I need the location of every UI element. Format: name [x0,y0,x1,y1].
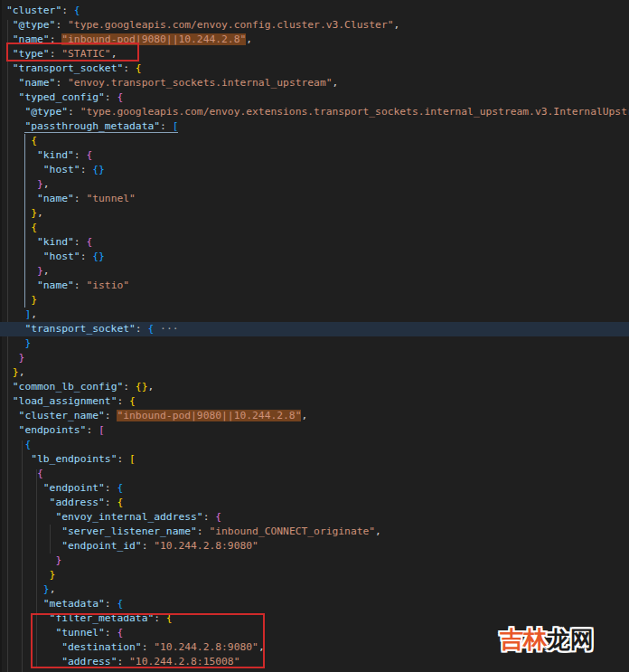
code-token: , [301,410,307,421]
code-token: "cluster" [6,5,61,16]
watermark-secondary-text: 龙网 [547,626,594,653]
code-token: "endpoint" [43,482,105,494]
code-line: "server_listener_name": "inbound_CONNECT… [0,525,629,539]
code-token: : [123,381,136,393]
code-token: { [117,482,123,494]
code-token: "envoy_internal_address" [55,511,202,523]
code-token: : [160,120,173,133]
code-line: } [0,293,629,308]
code-token: , [333,77,339,89]
code-token: } [55,554,61,566]
code-token: { [74,5,80,16]
code-token: : [105,482,117,494]
code-token: "name" [19,77,56,89]
code-token: [ [99,424,105,436]
code-token: : [68,106,80,118]
code-token: : [123,62,136,74]
code-token: "type.googleapis.com/envoy.extensions.tr… [80,106,629,118]
code-token: } [31,294,37,306]
code-token: : [80,164,93,175]
code-token: { [24,439,31,450]
code-token: "address" [50,497,105,508]
code-token: : [61,5,74,16]
code-line: "name": "envoy.transport_sockets.interna… [0,76,629,90]
code-line: "endpoint_id": "10.244.2.8:9080" [0,539,629,554]
code-token: { [215,511,221,523]
code-token: : [74,193,87,204]
code-token: { [117,598,123,610]
code-token: "transport_socket" [13,62,123,74]
code-token: "endpoint_id" [61,540,141,552]
code-token: "inbound_CONNECT_originate" [209,525,375,537]
code-token: : [105,410,117,421]
code-token: : [86,424,99,436]
code-line: "transport_socket": { [0,62,629,76]
code-token: "typed_config" [19,91,105,103]
code-token: { [117,91,123,103]
code-token: } [43,583,50,595]
code-line-folded: "transport_socket": { ··· [0,322,629,336]
code-token: "kind" [37,236,74,248]
code-line: "@type": "type.googleapis.com/envoy.conf… [0,18,629,33]
code-token: { [136,62,142,74]
code-line: "name": "tunnel" [0,192,629,206]
code-line: "cluster": { [0,4,629,18]
code-token: , [31,308,37,320]
code-token: : [136,323,148,335]
watermark-primary-text: 吉林 [500,626,547,653]
code-token: { [31,222,37,233]
code-token: { [117,497,123,508]
code-line: }, [0,365,629,380]
code-line: "load_assignment": { [0,394,629,409]
code-token: } [37,178,43,190]
code-token: : [105,91,117,103]
code-token: "envoy.transport_sockets.internal_upstre… [68,77,332,89]
code-line: "envoy_internal_address": { [0,510,629,525]
folded-region-indicator[interactable]: ··· [160,323,178,335]
code-line: "endpoints": [ [0,423,629,438]
code-token: : [74,236,87,248]
code-line: { [0,467,629,481]
code-line: "kind": { [0,235,629,250]
code-area[interactable]: "cluster": { "@type": "type.googleapis.c… [0,0,629,672]
annotation-box [31,613,265,668]
code-line: ], [0,308,629,322]
code-token: "server_listener_name" [61,525,197,537]
code-token: {} [92,164,105,175]
code-line: "typed_config": { [0,90,629,105]
code-token: , [375,525,381,537]
code-token: , [43,178,50,190]
code-line: } [0,336,629,351]
code-token: , [246,33,252,45]
code-token: "name" [37,279,74,291]
code-editor[interactable]: "cluster": { "@type": "type.googleapis.c… [0,0,629,672]
code-token: "host" [43,251,80,262]
code-token: "endpoints" [19,424,87,436]
code-token: : [74,279,87,291]
code-token: [ [129,453,136,465]
code-line: "metadata": { [0,597,629,611]
code-line: "address": { [0,496,629,510]
code-token: "passthrough_metadata" [24,120,160,133]
code-line: }, [0,582,629,597]
code-token: "@type" [24,106,68,118]
code-token: } [37,265,43,277]
code-token: } [50,569,56,581]
code-token: "transport_socket" [24,323,135,335]
watermark: 吉林龙网 [500,624,594,656]
code-token: [ [173,120,179,133]
code-token: "istio" [86,279,129,291]
code-token: } [13,366,19,378]
code-token: "common_lb_config" [13,381,123,393]
code-token: : [142,540,155,552]
code-line: }, [0,264,629,279]
code-token: : [197,525,210,537]
code-token: : [80,251,93,262]
code-line: "host": {} [0,250,629,264]
code-token: { [129,395,136,407]
code-token: "inbound-pod|9080||10.244.2.8" [117,410,301,421]
code-line: "host": {} [0,163,629,177]
code-token: : [117,453,129,465]
code-line: } [0,554,629,568]
code-line: "lb_endpoints": [ [0,452,629,467]
